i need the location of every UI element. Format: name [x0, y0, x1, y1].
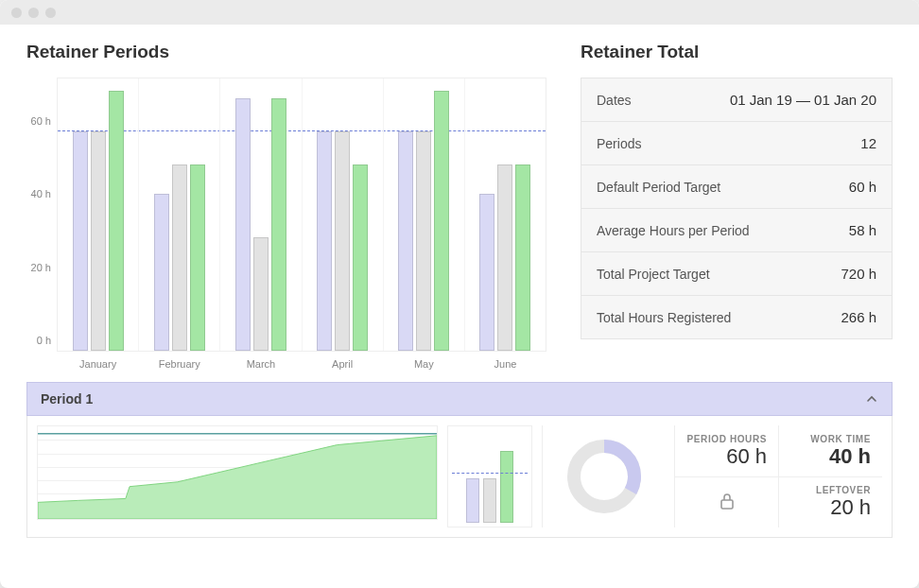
y-tick-label: 40 h	[31, 188, 51, 199]
stat-label: LEFTOVER	[816, 485, 871, 495]
period-title: Period 1	[41, 391, 93, 406]
retainer-total-panel: Retainer Total Dates01 Jan 19 — 01 Jan 2…	[581, 42, 893, 371]
month-label: May	[414, 358, 434, 370]
y-tick-label: 20 h	[31, 262, 51, 273]
stat-period-hours: PERIOD HOURS 60 h	[674, 425, 778, 476]
period-donut-chart	[564, 436, 645, 517]
stat-leftover: LEFTOVER 20 h	[778, 476, 882, 527]
month-group: May	[384, 78, 465, 351]
month-label: April	[332, 358, 353, 370]
bar-green	[434, 91, 449, 351]
stat-locked	[674, 476, 778, 527]
summary-row: Total Hours Registered266 h	[581, 296, 892, 338]
period-donut-cell	[542, 425, 665, 527]
window-titlebar	[0, 0, 919, 25]
period-body: PERIOD HOURS 60 h WORK TIME 40 h LEFTOVE…	[26, 416, 893, 538]
bar-green	[353, 164, 368, 351]
summary-value: 60 h	[849, 179, 876, 195]
stat-label: PERIOD HOURS	[687, 434, 767, 444]
y-tick-label: 0 h	[37, 335, 51, 346]
summary-value: 12	[860, 135, 876, 151]
month-group: April	[303, 78, 384, 351]
stat-label: WORK TIME	[810, 434, 871, 444]
bar-gray	[253, 237, 269, 351]
window-dot	[28, 8, 39, 18]
period-mini-bar-chart	[447, 425, 532, 527]
period-stats-grid: PERIOD HOURS 60 h WORK TIME 40 h LEFTOVE…	[674, 425, 882, 527]
bar-purple	[235, 98, 251, 351]
month-group: February	[139, 78, 220, 351]
period-header-toggle[interactable]: Period 1	[26, 382, 893, 416]
mini-bar-green	[500, 451, 513, 523]
summary-table: Dates01 Jan 19 — 01 Jan 20Periods12Defau…	[581, 78, 893, 339]
window-dot	[45, 8, 56, 18]
summary-value: 720 h	[841, 266, 876, 282]
summary-label: Total Hours Registered	[597, 310, 731, 325]
periods-bar-chart: 0 h20 h40 h60 h JanuaryFebruaryMarchApri…	[26, 78, 546, 371]
bar-purple	[73, 131, 88, 351]
y-tick-label: 60 h	[31, 115, 51, 127]
month-group: March	[220, 78, 302, 351]
content-area: Retainer Periods 0 h20 h40 h60 h January…	[0, 25, 919, 588]
stat-value: 60 h	[726, 444, 767, 469]
month-group: January	[58, 78, 139, 351]
period-section: Period 1 PERIOD HOURS 60 h	[26, 382, 893, 538]
chevron-up-icon	[865, 392, 878, 406]
total-title: Retainer Total	[581, 42, 893, 62]
summary-row: Average Hours per Period58 h	[581, 209, 892, 252]
summary-row: Total Project Target720 h	[581, 252, 892, 296]
bar-purple	[398, 131, 413, 351]
lock-icon	[719, 492, 736, 514]
bar-purple	[154, 194, 169, 351]
summary-value: 266 h	[841, 309, 876, 325]
svg-rect-3	[721, 500, 733, 509]
retainer-periods-panel: Retainer Periods 0 h20 h40 h60 h January…	[26, 42, 546, 371]
periods-title: Retainer Periods	[26, 42, 546, 62]
summary-value: 01 Jan 19 — 01 Jan 20	[730, 92, 876, 108]
target-line	[452, 473, 528, 474]
summary-label: Periods	[597, 136, 641, 151]
bar-gray	[416, 131, 431, 351]
month-label: February	[159, 358, 200, 370]
summary-label: Total Project Target	[597, 267, 710, 282]
stat-value: 20 h	[830, 495, 871, 520]
month-group: June	[465, 78, 546, 351]
bar-gray	[497, 164, 512, 351]
summary-value: 58 h	[849, 222, 876, 238]
window-dot	[11, 8, 22, 18]
month-label: March	[247, 358, 276, 370]
month-label: January	[79, 358, 116, 370]
stat-value: 40 h	[829, 444, 871, 469]
chart-plot-area: JanuaryFebruaryMarchAprilMayJune	[57, 78, 546, 352]
summary-row: Dates01 Jan 19 — 01 Jan 20	[581, 78, 892, 122]
summary-label: Dates	[597, 93, 632, 108]
mini-bar-gray	[483, 478, 496, 523]
period-area-chart	[37, 425, 438, 520]
bar-gray	[91, 131, 106, 351]
bar-gray	[172, 164, 187, 351]
bar-gray	[335, 131, 350, 351]
chart-y-axis: 0 h20 h40 h60 h	[26, 78, 57, 371]
summary-row: Default Period Target60 h	[581, 165, 892, 209]
mini-bar-purple	[466, 478, 479, 523]
bar-green	[190, 164, 205, 351]
month-label: June	[494, 358, 517, 370]
bar-green	[515, 164, 530, 351]
stat-work-time: WORK TIME 40 h	[778, 425, 882, 476]
summary-label: Default Period Target	[597, 180, 720, 195]
summary-row: Periods12	[581, 122, 892, 165]
app-window: Retainer Periods 0 h20 h40 h60 h January…	[0, 0, 919, 588]
bar-purple	[479, 194, 494, 351]
bar-green	[109, 91, 124, 351]
bar-green	[271, 98, 286, 351]
top-row: Retainer Periods 0 h20 h40 h60 h January…	[26, 42, 893, 371]
bar-purple	[317, 131, 332, 351]
summary-label: Average Hours per Period	[597, 223, 750, 238]
